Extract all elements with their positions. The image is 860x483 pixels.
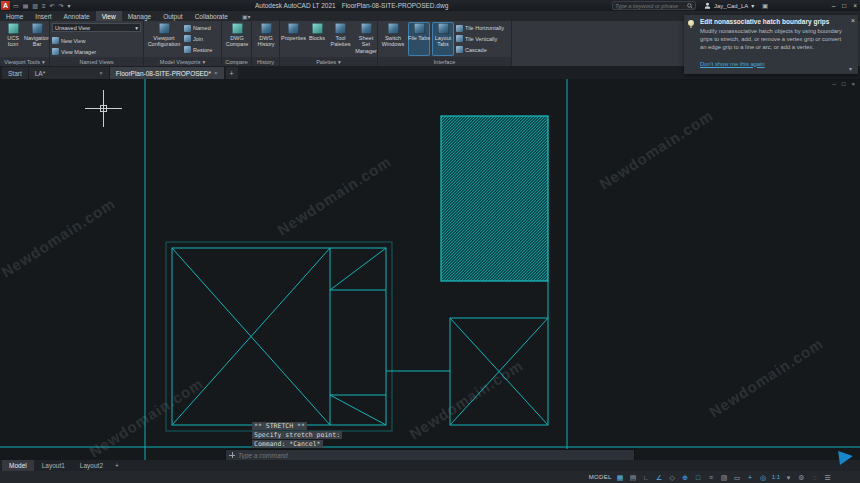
file-tab-la[interactable]: LA* × xyxy=(29,67,109,79)
properties-palette-button[interactable]: Properties xyxy=(282,22,305,56)
tab-annotate[interactable]: Annotate xyxy=(58,11,96,21)
panel-label-interface[interactable]: Interface xyxy=(378,57,511,66)
object-snap-tracking-icon[interactable]: ⊕ xyxy=(681,474,690,481)
doc-close-button[interactable]: × xyxy=(851,81,855,87)
notification-close-icon[interactable]: × xyxy=(851,17,855,24)
command-history-line: Specify stretch point: xyxy=(252,431,342,439)
clean-screen-arrow-icon[interactable] xyxy=(838,449,854,465)
panel-label-history[interactable]: History xyxy=(252,57,279,66)
qat-undo-icon[interactable]: ↶ xyxy=(50,3,55,9)
qat-plot-icon[interactable]: ≡ xyxy=(42,3,46,9)
panel-label-viewport-tools[interactable]: Viewport Tools ▾ xyxy=(0,57,49,66)
file-tab-start[interactable]: Start xyxy=(2,67,28,79)
help-search-box[interactable] xyxy=(612,1,696,10)
doc-restore-button[interactable]: □ xyxy=(842,81,846,87)
doc-minimize-button[interactable]: – xyxy=(833,81,836,87)
polar-tracking-icon[interactable]: ∠ xyxy=(655,474,664,481)
isodraft-icon[interactable]: ◇ xyxy=(668,474,677,481)
file-tabs-toggle-button[interactable]: File Tabs xyxy=(408,22,430,56)
annotation-scale[interactable]: 1:1 xyxy=(772,474,780,480)
tab-output[interactable]: Output xyxy=(157,11,189,21)
qat-dropdown-icon[interactable]: ▾ xyxy=(68,3,71,9)
workspace-gear-icon[interactable]: ⚙ xyxy=(797,474,806,481)
close-tab-icon[interactable]: × xyxy=(214,70,218,76)
cascade-button[interactable]: Cascade xyxy=(456,46,504,53)
layout-tabs-toggle-button[interactable]: Layout Tabs xyxy=(432,22,454,56)
transparency-icon[interactable]: ▨ xyxy=(720,474,729,481)
selection-cycling-icon[interactable]: ▭ xyxy=(733,474,742,481)
command-line[interactable] xyxy=(225,449,635,460)
switch-windows-button[interactable]: Switch Windows xyxy=(380,22,406,56)
viewport-configuration-icon xyxy=(159,23,170,34)
panel-label-text: History xyxy=(257,59,274,65)
panel-compare: DWG Compare Compare xyxy=(222,21,252,66)
restore-viewport-icon xyxy=(184,46,191,53)
tab-layout2[interactable]: Layout2 xyxy=(73,460,110,471)
viewport-configuration-button[interactable]: Viewport Configuration xyxy=(146,22,182,56)
tile-vertically-button[interactable]: Tile Vertically xyxy=(456,35,504,42)
customize-icon[interactable] xyxy=(229,452,235,458)
navigation-bar-button[interactable]: Navigation Bar xyxy=(26,22,48,56)
drawing-area[interactable]: Newdomain.com Newdomain.com Newdomain.co… xyxy=(0,79,860,460)
tab-view[interactable]: View xyxy=(96,11,122,21)
isolate-objects-icon[interactable]: ◌ xyxy=(810,474,819,481)
navigation-bar-icon xyxy=(32,23,43,34)
button-label: Named xyxy=(193,25,211,31)
ucs-icon-button[interactable]: UCS Icon xyxy=(2,22,24,56)
annotation-visibility-icon[interactable]: ◎ xyxy=(759,474,768,481)
tab-insert[interactable]: Insert xyxy=(29,11,57,21)
dynamic-input-icon[interactable]: + xyxy=(746,474,755,481)
search-input[interactable] xyxy=(615,3,687,9)
tab-home[interactable]: Home xyxy=(0,11,29,21)
object-snap-icon[interactable]: □ xyxy=(694,474,703,481)
panel-label-named-views[interactable]: Named Views xyxy=(50,57,143,66)
button-label: Blocks xyxy=(309,35,325,41)
ortho-icon[interactable]: ∟ xyxy=(642,474,651,481)
ribbon-display-toggle-icon[interactable]: ▣▾ xyxy=(238,11,255,21)
file-tab-floorplan[interactable]: FloorPlan-08-SITE-PROPOSED* × xyxy=(110,67,224,79)
new-layout-button[interactable]: + xyxy=(111,462,123,469)
tab-layout1[interactable]: Layout1 xyxy=(35,460,72,471)
app-store-cart-icon[interactable]: ▣ xyxy=(762,2,768,10)
lineweight-icon[interactable]: ≡ xyxy=(707,474,716,481)
join-viewport-button[interactable]: Join xyxy=(184,35,212,42)
dwg-history-button[interactable]: DWG History xyxy=(254,22,278,56)
dont-show-again-link[interactable]: Don't show me this again xyxy=(700,61,765,67)
qat-new-icon[interactable]: ▭ xyxy=(13,3,19,9)
button-label: Sheet Set Manager xyxy=(354,35,377,54)
panel-label-model-viewports[interactable]: Model Viewports ▾ xyxy=(144,57,221,66)
grid-icon[interactable]: ▦ xyxy=(616,474,625,481)
named-viewport-button[interactable]: Named xyxy=(184,25,212,32)
minimize-button[interactable]: – xyxy=(832,2,836,9)
tab-collaborate[interactable]: Collaborate xyxy=(189,11,234,21)
new-drawing-tab-button[interactable]: + xyxy=(226,67,238,79)
view-dropdown[interactable]: Unsaved View ▾ xyxy=(52,23,141,32)
tile-horizontally-button[interactable]: Tile Horizontally xyxy=(456,25,504,32)
tab-manage[interactable]: Manage xyxy=(122,11,158,21)
command-input[interactable] xyxy=(238,452,631,459)
snap-mode-icon[interactable]: ▤ xyxy=(629,474,638,481)
qat-save-icon[interactable]: ▥ xyxy=(32,3,38,9)
close-button[interactable]: × xyxy=(853,2,857,9)
tab-model[interactable]: Model xyxy=(2,460,34,471)
qat-open-icon[interactable]: ▤ xyxy=(23,3,29,9)
blocks-palette-button[interactable]: Blocks xyxy=(307,22,327,56)
panel-label-palettes[interactable]: Palettes ▾ xyxy=(280,57,377,66)
scale-dropdown-icon[interactable]: ▾ xyxy=(784,474,793,481)
notification-expand-icon[interactable]: ▾ xyxy=(849,66,852,72)
button-label: Restore xyxy=(193,47,212,53)
panel-label-compare[interactable]: Compare xyxy=(222,57,251,66)
close-tab-icon[interactable]: × xyxy=(99,70,103,76)
customize-menu-icon[interactable]: ☰ xyxy=(823,474,832,481)
restore-viewport-button[interactable]: Restore xyxy=(184,46,212,53)
new-view-button[interactable]: New View xyxy=(52,37,141,44)
autocad-logo-icon[interactable]: A xyxy=(1,1,10,10)
sheet-set-manager-button[interactable]: Sheet Set Manager xyxy=(354,22,377,56)
qat-redo-icon[interactable]: ↷ xyxy=(59,3,64,9)
restore-button[interactable]: □ xyxy=(842,2,846,9)
tool-palettes-button[interactable]: Tool Palettes xyxy=(329,22,352,56)
view-manager-button[interactable]: View Manager xyxy=(52,48,141,55)
model-space-toggle[interactable]: MODEL xyxy=(589,474,612,480)
dwg-compare-button[interactable]: DWG Compare xyxy=(224,22,250,56)
signed-in-user[interactable]: Jay_Cad_LA ▾ xyxy=(704,0,754,11)
